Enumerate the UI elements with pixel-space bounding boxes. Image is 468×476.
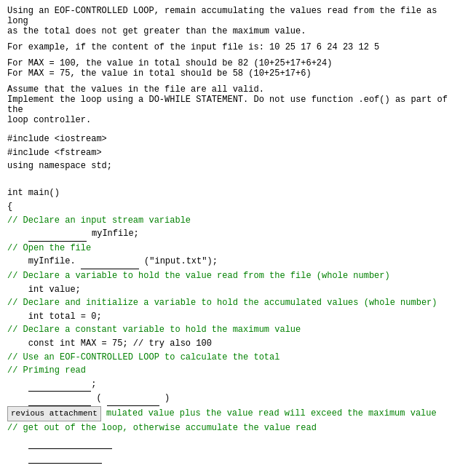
include2: #include <fstream> bbox=[7, 146, 461, 160]
blank-line-after-using bbox=[7, 173, 461, 187]
previous-attachment-badge: revious attachment bbox=[7, 406, 101, 421]
comment-declare-stream: // Declare an input stream variable bbox=[7, 214, 461, 228]
blank-stmt-2 bbox=[7, 449, 461, 464]
comment-get-out: // get out of the loop, otherwise accumu… bbox=[7, 421, 461, 435]
open-file-line: myInfile. ("input.txt"); bbox=[7, 255, 461, 269]
declare-value-line: int value; bbox=[7, 283, 461, 297]
desc-line2: as the total does not get greater than t… bbox=[7, 26, 461, 36]
desc-line7: For MAX = 75, the value in total should … bbox=[7, 68, 461, 79]
code-section: #include <iostream> #include <fstream> u… bbox=[7, 132, 461, 476]
desc-line10: Implement the loop using a DO-WHILE STAT… bbox=[7, 95, 461, 115]
desc-line4: For example, if the content of the input… bbox=[7, 42, 461, 52]
comment-open-file: // Open the file bbox=[7, 242, 461, 255]
priming-read-2: ( ) bbox=[7, 392, 461, 406]
previous-attachment-line: revious attachment mulated value plus th… bbox=[7, 406, 461, 421]
blank-open-method bbox=[81, 255, 139, 269]
blank-stmt-1 bbox=[7, 435, 461, 450]
include1: #include <iostream> bbox=[7, 132, 461, 146]
main-content: Using an EOF-CONTROLLED LOOP, remain acc… bbox=[7, 6, 461, 476]
comment-declare-value: // Declare a variable to hold the value … bbox=[7, 269, 461, 283]
blank-stream-type bbox=[28, 227, 87, 242]
declare-stream-line: myInfile; bbox=[7, 227, 461, 242]
desc-line9: Assume that the values in the file are a… bbox=[7, 84, 461, 95]
comment-eof-loop: // Use an EOF-CONTROLLED LOOP to calcula… bbox=[7, 351, 461, 365]
priming-read-1: ; bbox=[7, 378, 461, 392]
desc-line1: Using an EOF-CONTROLLED LOOP, remain acc… bbox=[7, 6, 461, 26]
open-brace: { bbox=[7, 200, 461, 214]
declare-max-line: const int MAX = 75; // try also 100 bbox=[7, 337, 461, 351]
blank-priming2 bbox=[28, 392, 91, 406]
using-namespace: using namespace std; bbox=[7, 159, 461, 173]
blank-priming1 bbox=[28, 378, 91, 392]
desc-line11: loop controller. bbox=[7, 115, 461, 125]
main-func: int main() bbox=[7, 186, 461, 200]
comment-declare-max: // Declare a constant variable to hold t… bbox=[7, 323, 461, 337]
comment-priming: // Priming read bbox=[7, 364, 461, 378]
blank-stmt-3 bbox=[7, 464, 461, 476]
blank-priming3 bbox=[107, 392, 159, 406]
blank2 bbox=[28, 449, 102, 464]
description-block: Using an EOF-CONTROLLED LOOP, remain acc… bbox=[7, 6, 461, 125]
blank1 bbox=[28, 435, 112, 450]
declare-total-line: int total = 0; bbox=[7, 310, 461, 324]
desc-line6: For MAX = 100, the value in total should… bbox=[7, 58, 461, 68]
comment-declare-total: // Declare and initialize a variable to … bbox=[7, 296, 461, 310]
